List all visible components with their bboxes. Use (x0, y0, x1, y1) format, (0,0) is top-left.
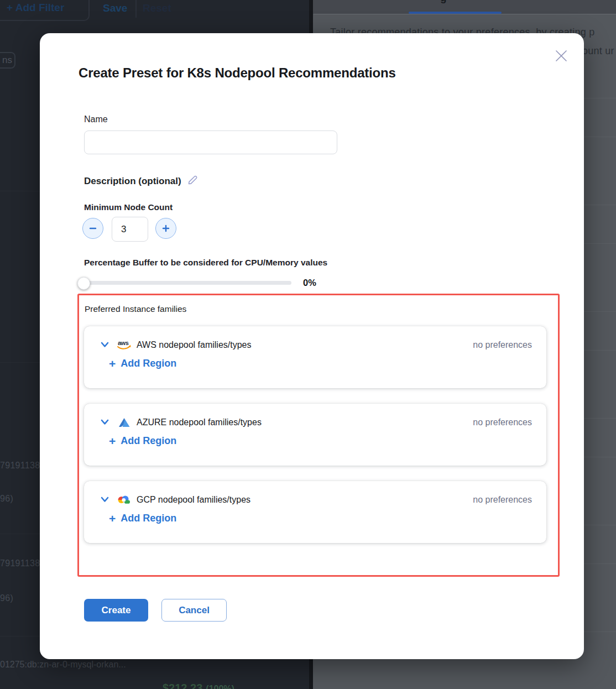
add-icon: + (109, 358, 116, 369)
description-label: Description (optional) (84, 176, 181, 187)
add-icon: + (109, 513, 116, 524)
resource-id-text: 01275:db:zn-ar-0-mysql-orkan... (0, 660, 126, 670)
provider-card-aws: aws AWS nodepool families/types no prefe… (84, 326, 546, 388)
tab-label-partial[interactable]: g (440, 0, 447, 4)
divider (135, 0, 137, 18)
panel-intro-text-fragment: ount ur (582, 45, 614, 57)
close-icon[interactable] (554, 48, 569, 64)
description-row: Description (optional) (84, 174, 199, 188)
table-cell-text: 79191138 (0, 558, 40, 568)
buffer-value: 0% (303, 278, 316, 288)
provider-card-azure: AZURE nodepool families/types no prefere… (84, 404, 546, 466)
table-cell-text: 96) (0, 494, 13, 504)
add-region-button[interactable]: + Add Region (109, 513, 176, 524)
add-region-button[interactable]: + Add Region (109, 358, 176, 369)
add-region-label: Add Region (121, 435, 176, 447)
reset-button[interactable]: Reset (143, 2, 171, 14)
pencil-icon[interactable] (187, 174, 199, 188)
provider-title: AWS nodepool families/types (137, 340, 252, 350)
provider-card-gcp: GCP nodepool families/types no preferenc… (84, 481, 546, 543)
chevron-down-icon[interactable] (101, 417, 109, 427)
chevron-down-icon[interactable] (101, 495, 109, 505)
add-region-label: Add Region (121, 358, 176, 369)
preferred-families-label: Preferred Instance families (85, 304, 186, 314)
add-icon: + (109, 435, 116, 447)
screen: + Add Filter Save Reset ns 79191138 96) … (0, 0, 616, 689)
cost-value: $212.23(100%) (163, 682, 234, 689)
create-preset-modal: Create Preset for K8s Nodepool Recommend… (40, 33, 584, 659)
minimum-node-count-label: Minimum Node Count (84, 202, 173, 212)
add-filter-button[interactable]: + Add Filter (0, 0, 90, 21)
name-label: Name (84, 114, 108, 124)
add-region-button[interactable]: + Add Region (109, 435, 176, 447)
filter-chip[interactable]: ns (0, 52, 15, 69)
provider-title: GCP nodepool families/types (137, 495, 250, 505)
svg-text:aws: aws (118, 340, 129, 346)
azure-icon (116, 417, 132, 428)
buffer-slider-thumb[interactable] (77, 277, 90, 290)
node-count-input[interactable] (112, 217, 148, 242)
add-region-label: Add Region (121, 513, 176, 524)
name-input[interactable] (84, 131, 337, 154)
cancel-button[interactable]: Cancel (161, 599, 227, 622)
table-cell-text: 96) (0, 593, 13, 603)
preferred-families-highlight-box: Preferred Instance families aws (77, 294, 560, 577)
provider-status: no preferences (473, 417, 532, 427)
buffer-label: Percentage Buffer to be considered for C… (84, 258, 327, 268)
create-button[interactable]: Create (84, 599, 148, 622)
provider-title: AZURE nodepool families/types (137, 417, 262, 427)
tabs-divider (314, 14, 616, 14)
provider-row[interactable]: AZURE nodepool families/types no prefere… (101, 413, 532, 432)
price-percent-text: (100%) (206, 684, 234, 689)
provider-status: no preferences (473, 495, 532, 505)
provider-row[interactable]: aws AWS nodepool families/types no prefe… (101, 335, 532, 355)
save-button[interactable]: Save (103, 2, 127, 14)
page-title: Create Preset for K8s Nodepool Recommend… (79, 65, 396, 81)
table-cell-text: 79191138 (0, 461, 40, 471)
provider-status: no preferences (473, 340, 532, 350)
gcp-icon (116, 494, 132, 505)
minus-icon[interactable] (82, 218, 103, 239)
plus-icon[interactable] (155, 218, 176, 239)
chevron-down-icon[interactable] (101, 340, 109, 350)
provider-row[interactable]: GCP nodepool families/types no preferenc… (101, 490, 532, 510)
aws-icon: aws (116, 339, 132, 351)
price-text: $212.23 (163, 682, 202, 689)
buffer-slider-track[interactable] (79, 281, 291, 285)
